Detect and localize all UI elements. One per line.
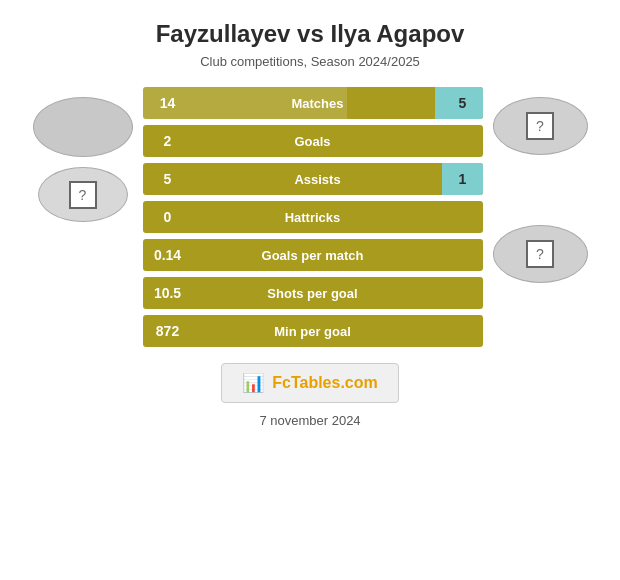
stat-left-value: 0	[143, 209, 193, 225]
avatar-icon-left: ?	[69, 181, 97, 209]
stat-left-value: 2	[143, 133, 193, 149]
page-title: Fayzullayev vs Ilya Agapov	[156, 20, 465, 48]
stat-left-value: 0.14	[143, 247, 193, 263]
logo-text: FcTables.com	[272, 374, 378, 392]
avatar-icon-right-bottom: ?	[526, 240, 554, 268]
right-avatars: ? ?	[493, 87, 588, 283]
stat-label: Assists	[193, 172, 443, 187]
stat-label: Goals per match	[193, 248, 433, 263]
stat-row: 872Min per goal	[143, 315, 483, 347]
stat-row: 5Assists1	[143, 163, 483, 195]
stat-right-value: 1	[443, 171, 483, 187]
stat-row: 0Hattricks	[143, 201, 483, 233]
comparison-area: ? 14Matches52Goals5Assists10Hattricks0.1…	[10, 87, 610, 347]
stat-label: Goals	[193, 134, 433, 149]
stat-row: 2Goals	[143, 125, 483, 157]
stat-row: 14Matches5	[143, 87, 483, 119]
left-avatars: ?	[33, 87, 133, 222]
stat-row: 0.14Goals per match	[143, 239, 483, 271]
stat-label: Hattricks	[193, 210, 433, 225]
logo-area: 📊 FcTables.com	[221, 363, 399, 403]
stat-left-value: 10.5	[143, 285, 193, 301]
logo-icon: 📊	[242, 372, 264, 394]
stat-row: 10.5Shots per goal	[143, 277, 483, 309]
date-text: 7 november 2024	[259, 413, 360, 428]
logo-fc: Fc	[272, 374, 291, 391]
stat-label: Min per goal	[193, 324, 433, 339]
stat-right-value: 5	[443, 95, 483, 111]
avatar-right-top: ?	[493, 97, 588, 155]
stat-left-value: 872	[143, 323, 193, 339]
stat-left-value: 5	[143, 171, 193, 187]
page-subtitle: Club competitions, Season 2024/2025	[200, 54, 420, 69]
logo-tables: Tables.com	[291, 374, 378, 391]
stats-area: 14Matches52Goals5Assists10Hattricks0.14G…	[143, 87, 483, 347]
stat-label: Shots per goal	[193, 286, 433, 301]
avatar-right-bottom: ?	[493, 225, 588, 283]
main-container: Fayzullayev vs Ilya Agapov Club competit…	[0, 0, 620, 580]
avatar-icon-right-top: ?	[526, 112, 554, 140]
stat-left-value: 14	[143, 95, 193, 111]
avatar-left-small: ?	[38, 167, 128, 222]
stat-label: Matches	[193, 96, 443, 111]
avatar-left-large	[33, 97, 133, 157]
